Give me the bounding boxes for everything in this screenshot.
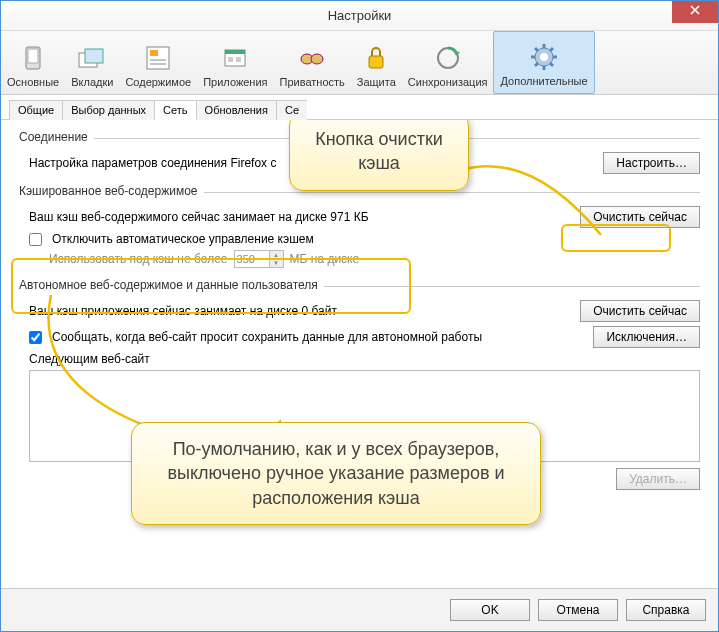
clear-offline-button[interactable]: Очистить сейчас xyxy=(580,300,700,322)
tab-network[interactable]: Сеть xyxy=(154,100,196,120)
tab-updates[interactable]: Обновления xyxy=(196,100,277,120)
category-toolbar: Основные Вкладки Содержимое Приложения П… xyxy=(1,31,718,95)
sync-icon xyxy=(432,42,464,74)
toolbar-label: Содержимое xyxy=(125,76,191,88)
toolbar-label: Приватность xyxy=(280,76,345,88)
cache-size-input[interactable]: 350 ▲▼ xyxy=(234,250,284,268)
clear-cache-button[interactable]: Очистить сейчас xyxy=(580,206,700,228)
svg-rect-7 xyxy=(150,50,158,56)
tab-certificates-truncated[interactable]: Се xyxy=(276,100,307,120)
window-title: Настройки xyxy=(328,8,392,23)
svg-point-20 xyxy=(540,53,548,61)
toolbar-label: Приложения xyxy=(203,76,267,88)
svg-rect-12 xyxy=(228,57,233,62)
sub-tabs: Общие Выбор данных Сеть Обновления Се xyxy=(1,95,718,120)
svg-rect-5 xyxy=(85,49,103,63)
svg-line-25 xyxy=(535,48,538,51)
help-button[interactable]: Справка xyxy=(626,599,706,621)
annotation-callout-bottom: По-умолчанию, как и у всех браузеров, вы… xyxy=(131,422,541,525)
cache-group: Кэшированное веб-содержимое Ваш кэш веб-… xyxy=(19,184,700,268)
general-icon xyxy=(17,42,49,74)
exceptions-button[interactable]: Исключения… xyxy=(593,326,700,348)
svg-rect-13 xyxy=(236,57,241,62)
toolbar-apps[interactable]: Приложения xyxy=(197,31,273,94)
cancel-button[interactable]: Отмена xyxy=(538,599,618,621)
lock-icon xyxy=(360,42,392,74)
toolbar-advanced[interactable]: Дополнительные xyxy=(493,31,594,94)
cache-status: Ваш кэш веб-содержимого сейчас занимает … xyxy=(29,210,369,224)
svg-line-27 xyxy=(535,63,538,66)
connection-desc: Настройка параметров соединения Firefox … xyxy=(29,156,276,170)
toolbar-label: Синхронизация xyxy=(408,76,488,88)
titlebar: Настройки xyxy=(1,1,718,31)
offline-title: Автономное веб-содержимое и данные польз… xyxy=(19,278,700,294)
offline-status: Ваш кэш приложения сейчас занимает на ди… xyxy=(29,304,337,318)
close-icon xyxy=(690,5,700,15)
toolbar-content[interactable]: Содержимое xyxy=(119,31,197,94)
svg-line-28 xyxy=(550,48,553,51)
svg-rect-16 xyxy=(369,56,383,68)
toolbar-label: Дополнительные xyxy=(500,75,587,87)
gear-icon xyxy=(528,41,560,73)
cache-size-suffix: МБ на диске xyxy=(290,252,360,266)
svg-line-26 xyxy=(550,63,553,66)
content-icon xyxy=(142,42,174,74)
toolbar-label: Основные xyxy=(7,76,59,88)
toolbar-label: Защита xyxy=(357,76,396,88)
toolbar-sync[interactable]: Синхронизация xyxy=(402,31,494,94)
delete-button[interactable]: Удалить… xyxy=(616,468,700,490)
configure-button[interactable]: Настроить… xyxy=(603,152,700,174)
spinner-icon[interactable]: ▲▼ xyxy=(269,251,283,267)
close-button[interactable] xyxy=(672,1,718,23)
toolbar-tabs[interactable]: Вкладки xyxy=(65,31,119,94)
tab-general[interactable]: Общие xyxy=(9,100,63,120)
svg-point-15 xyxy=(311,54,323,64)
offline-list-label: Следующим веб-сайт xyxy=(29,352,150,366)
cache-size-prefix: Использовать под кэш не более xyxy=(49,252,228,266)
dialog-footer: OK Отмена Справка xyxy=(1,588,718,631)
annotation-callout-top: Кнопка очистки кэша xyxy=(289,120,469,191)
toolbar-privacy[interactable]: Приватность xyxy=(274,31,351,94)
notify-offline-checkbox[interactable] xyxy=(29,331,42,344)
svg-rect-3 xyxy=(28,49,38,63)
svg-rect-11 xyxy=(225,50,245,54)
disable-auto-cache-checkbox[interactable] xyxy=(29,233,42,246)
tab-data-choices[interactable]: Выбор данных xyxy=(62,100,155,120)
settings-window: Настройки Основные Вкладки Содержимо xyxy=(0,0,719,632)
toolbar-security[interactable]: Защита xyxy=(351,31,402,94)
disable-auto-cache-label: Отключить автоматическое управление кэше… xyxy=(52,232,314,246)
toolbar-label: Вкладки xyxy=(71,76,113,88)
notify-offline-label: Сообщать, когда веб-сайт просит сохранит… xyxy=(52,330,482,344)
apps-icon xyxy=(219,42,251,74)
toolbar-general[interactable]: Основные xyxy=(1,31,65,94)
network-pane: Соединение Настройка параметров соединен… xyxy=(1,120,718,588)
ok-button[interactable]: OK xyxy=(450,599,530,621)
privacy-icon xyxy=(296,42,328,74)
tabs-icon xyxy=(76,42,108,74)
